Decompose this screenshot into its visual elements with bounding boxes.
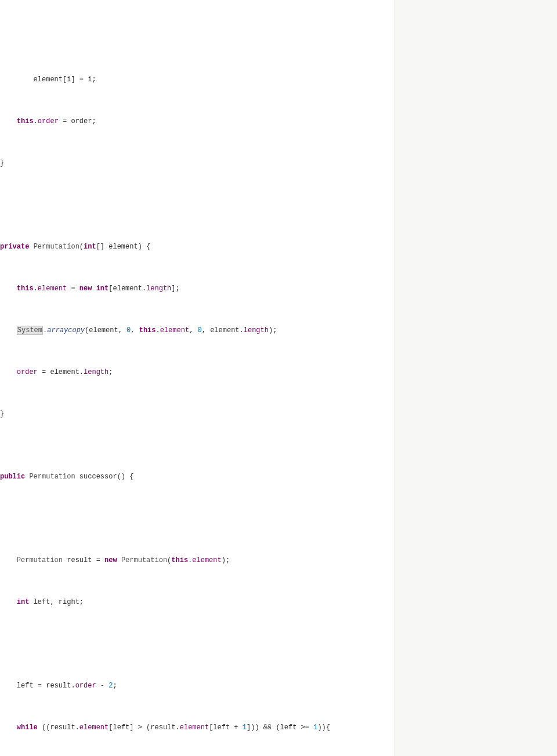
keyword-this: this [17,117,34,125]
code-line: Permutation result = new Permutation(thi… [0,555,394,566]
keyword-new: new [79,285,92,293]
code-line: this.element = new int[element.length]; [0,283,394,294]
keyword-int: int [84,243,96,251]
blank-line [0,262,394,273]
code-line: order = element.length; [0,367,394,377]
blank-line [0,492,394,503]
identifier: left [17,682,34,690]
field-element: element [180,723,209,732]
blank-line [0,137,394,147]
identifier: element [210,326,239,334]
number: 2 [108,682,113,690]
field-order: order [38,117,59,125]
field-order: order [75,682,96,690]
keyword-int: int [17,598,30,606]
number: 1 [313,723,317,732]
identifier: element [34,75,63,84]
blank-line [0,701,394,712]
identifier: left [280,723,297,732]
keyword-public: public [0,473,25,481]
code-line: while ((result.element[left] > (result.e… [0,722,394,733]
blank-line [0,346,394,357]
identifier: element [113,285,142,293]
page: element[i] = i; this.order = order; } pr… [0,0,557,756]
identifier: result [67,556,92,564]
blank-line [0,618,394,628]
blank-line [0,660,394,670]
field-order: order [17,368,38,376]
code-line: private Permutation(int[] element) { [0,242,394,252]
field-element: element [79,723,108,732]
method-name: arraycopy [47,326,85,334]
identifier: left [34,598,50,606]
code-block: element[i] = i; this.order = order; } pr… [0,0,394,756]
code-line: this.order = order; [0,116,394,127]
blank-line [0,304,394,315]
code-line: System.arraycopy(element, 0, this.elemen… [0,325,394,336]
blank-line [0,639,394,649]
identifier: result [50,723,75,732]
number: 0 [126,326,131,334]
blank-line [0,95,394,106]
blank-line [0,221,394,231]
class-name: Permutation [17,556,63,564]
keyword-while: while [17,723,38,732]
blank-line [0,388,394,398]
keyword-private: private [0,243,29,251]
keyword-this: this [139,326,156,334]
blank-line [0,513,394,524]
code-line: } [0,158,394,168]
number: 1 [243,723,247,732]
keyword-int: int [96,285,109,293]
code-line: } [0,409,394,419]
field-length: length [244,326,269,334]
blank-line [0,743,394,754]
keyword-this: this [171,556,188,564]
identifier: result [150,723,175,732]
class-name: Permutation [34,243,79,251]
code-line: element[i] = i; [0,74,394,85]
code-line: left = result.order - 2; [0,681,394,691]
method-name: successor [79,473,117,481]
keyword-new: new [104,556,117,564]
blank-line [0,451,394,461]
field-length: length [84,368,108,376]
identifier: order [71,117,92,125]
code-area: element[i] = i; this.order = order; } pr… [0,0,394,756]
number: 0 [198,326,202,334]
identifier: right [59,598,79,606]
class-name: System [17,326,42,334]
identifier: left [113,723,129,732]
blank-line [0,200,394,210]
right-gutter [394,0,557,756]
blank-line [0,430,394,440]
keyword-this: this [17,285,34,293]
identifier: element [50,368,79,376]
identifier: element [89,326,118,334]
class-name: Permutation [29,473,75,481]
identifier: element [108,243,138,251]
highlighted-token: System [17,326,43,335]
field-element: element [160,326,189,334]
field-length: length [146,285,171,293]
identifier: left [213,723,230,732]
identifier: result [46,682,71,690]
code-line: public Permutation successor() { [0,471,394,482]
class-name: Permutation [121,556,167,564]
blank-line [0,576,394,586]
blank-line [0,534,394,545]
field-element: element [192,556,221,564]
code-line: int left, right; [0,597,394,607]
field-element: element [38,285,67,293]
blank-line [0,179,394,189]
